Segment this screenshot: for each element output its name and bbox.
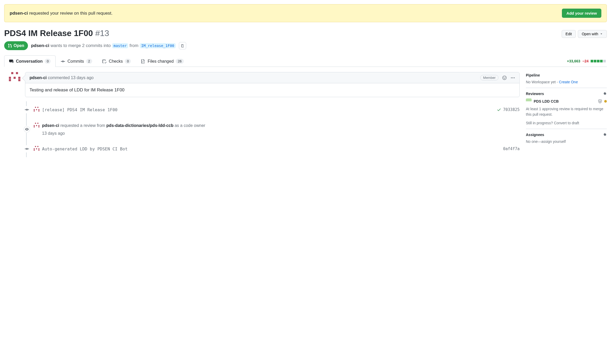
tab-commits-count: 2: [86, 59, 92, 64]
merge-description: pdsen-ci wants to merge 2 commits into m…: [31, 43, 176, 48]
shield-icon: [598, 99, 602, 103]
comment-discussion-icon: [9, 59, 14, 64]
svg-point-4: [512, 77, 513, 78]
tabs: Conversation 0 Commits 2 Checks 0 Files …: [4, 55, 189, 67]
gear-icon: [603, 133, 607, 137]
base-branch[interactable]: master: [112, 43, 128, 48]
sidebar-pipeline: Pipeline No Workspace yet - Create One: [526, 72, 607, 88]
pipeline-text: No Workspace yet - Create One: [526, 80, 607, 84]
review-request-time: 13 days ago: [42, 131, 520, 136]
head-branch[interactable]: IM_release_1F00: [140, 43, 176, 48]
commit-author-avatar[interactable]: [34, 107, 39, 113]
sidebar-assignees: Assignees No one—assign yourself: [526, 129, 607, 147]
commit-sha[interactable]: 0af4f7a: [503, 146, 520, 151]
assignees-text: No one—assign yourself: [526, 139, 607, 144]
pr-title: PDS4 IM Release 1F00 #13: [4, 28, 109, 38]
tab-conversation-count: 0: [45, 59, 51, 64]
review-banner-message: pdsen-ci requested your review on this p…: [10, 11, 113, 16]
timeline: pdsen-ci commented 13 days ago Member Te…: [25, 72, 520, 157]
kebab-icon: [510, 75, 515, 80]
comment-author[interactable]: pdsen-ci: [30, 75, 47, 80]
timeline-items: [release] PDS4 IM Release 1F00 7033825: [26, 101, 520, 157]
sidebar-assignees-title: Assignees: [526, 133, 607, 137]
copy-branch-button[interactable]: [179, 42, 186, 49]
state-badge: Open: [4, 41, 28, 50]
svg-point-6: [600, 101, 600, 101]
gutter: [4, 72, 25, 157]
diff-additions: +33,663: [567, 59, 580, 63]
code-owner-shield: [598, 99, 602, 103]
commit-message[interactable]: [release] PDS4 IM Release 1F00: [42, 107, 118, 112]
caret-down-icon: [600, 32, 603, 36]
gear-icon: [603, 92, 607, 96]
review-requester: pdsen-ci: [10, 11, 28, 16]
comment-box: pdsen-ci commented 13 days ago Member Te…: [25, 72, 520, 97]
svg-point-3: [511, 77, 512, 78]
pr-meta-row: Open pdsen-ci wants to merge 2 commits i…: [4, 41, 607, 50]
git-commit-icon: [25, 107, 29, 112]
reviewers-gear-button[interactable]: [603, 92, 607, 96]
comment-header: pdsen-ci commented 13 days ago Member: [25, 72, 519, 83]
assign-yourself-link[interactable]: assign yourself: [541, 139, 566, 144]
commit-message[interactable]: Auto-generated LDD by PDSEN CI Bot: [42, 146, 128, 151]
tabs-row: Conversation 0 Commits 2 Checks 0 Files …: [4, 55, 607, 67]
comment-author-meta: pdsen-ci commented 13 days ago: [30, 75, 93, 80]
checklist-icon: [102, 59, 107, 64]
svg-rect-7: [600, 101, 600, 102]
role-badge: Member: [480, 75, 498, 80]
review-pending-dot: [604, 100, 607, 103]
review-request-text: pdsen-ci requested a review from pds-dat…: [42, 123, 205, 128]
svg-point-5: [514, 77, 515, 78]
svg-point-2: [505, 77, 505, 77]
tab-conversation[interactable]: Conversation 0: [4, 55, 56, 67]
title-row: PDS4 IM Release 1F00 #13 Edit Open with: [4, 28, 607, 38]
title-actions: Edit Open with: [562, 30, 607, 38]
create-workspace-link[interactable]: Create One: [559, 80, 578, 84]
diffstat[interactable]: +33,663 −24: [567, 59, 607, 63]
diff-blocks: [591, 60, 606, 62]
commit-author-avatar[interactable]: [34, 146, 39, 152]
convert-to-draft-link[interactable]: Convert to draft: [554, 121, 579, 125]
sidebar: Pipeline No Workspace yet - Create One R…: [526, 72, 607, 157]
diff-deletions: −24: [582, 59, 589, 63]
kebab-button[interactable]: [510, 75, 515, 80]
tab-checks[interactable]: Checks 0: [97, 55, 136, 67]
tab-files-changed[interactable]: Files changed 26: [136, 55, 189, 67]
clipboard-icon: [181, 44, 184, 48]
tab-commits[interactable]: Commits 2: [56, 55, 97, 67]
svg-point-1: [504, 77, 504, 77]
sidebar-pipeline-title: Pipeline: [526, 73, 607, 77]
git-commit-icon: [25, 146, 29, 151]
timeline-commit-item: Auto-generated LDD by PDSEN CI Bot 0af4f…: [23, 140, 520, 157]
assignees-gear-button[interactable]: [603, 133, 607, 137]
review-request-banner: pdsen-ci requested your review on this p…: [4, 4, 607, 22]
reaction-button[interactable]: [502, 75, 507, 80]
reviewer-avatar[interactable]: [526, 98, 532, 104]
add-review-button[interactable]: Add your review: [562, 9, 601, 18]
main-layout: pdsen-ci commented 13 days ago Member Te…: [4, 72, 607, 157]
review-requirement-note: At least 1 approving review is required …: [526, 106, 607, 117]
timeline-commit-item: [release] PDS4 IM Release 1F00 7033825: [23, 101, 520, 118]
open-with-button[interactable]: Open with: [578, 30, 607, 38]
convert-draft-text: Still in progress? Convert to draft: [526, 121, 607, 125]
reviewer-name[interactable]: PDS LDD CCB: [534, 99, 596, 103]
author-avatar[interactable]: [9, 72, 20, 84]
sidebar-reviewers-title: Reviewers: [526, 92, 607, 96]
sidebar-reviewers: Reviewers PDS LDD CCB At least 1 approvi…: [526, 88, 607, 129]
event-author-avatar[interactable]: [34, 123, 39, 128]
comment-body: Testing and release of LDD for IM Releas…: [25, 83, 519, 97]
comment-header-actions: Member: [480, 75, 515, 80]
file-diff-icon: [141, 59, 145, 64]
check-icon: [497, 108, 501, 112]
tab-files-count: 26: [176, 59, 184, 64]
timeline-column: pdsen-ci commented 13 days ago Member Te…: [4, 72, 520, 157]
svg-point-0: [503, 76, 507, 80]
git-commit-icon: [61, 59, 65, 64]
commit-sha[interactable]: 7033825: [503, 107, 520, 112]
smiley-icon: [502, 75, 507, 80]
edit-button[interactable]: Edit: [562, 30, 576, 38]
reviewer-row: PDS LDD CCB: [526, 98, 607, 104]
pr-author[interactable]: pdsen-ci: [31, 43, 49, 48]
commit-sha-group: 7033825: [497, 107, 520, 112]
git-pull-request-icon: [8, 44, 12, 48]
